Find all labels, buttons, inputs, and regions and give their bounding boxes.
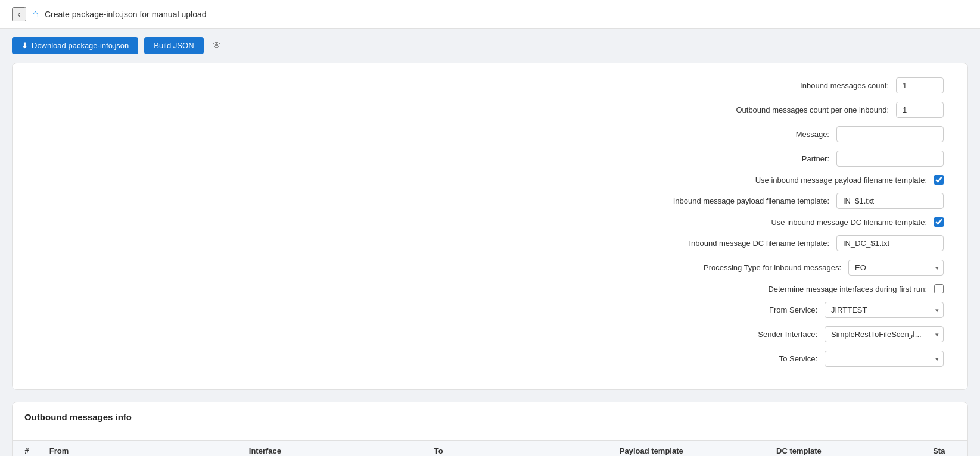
col-status: Sta (925, 441, 967, 456)
use-dc-template-checkbox[interactable] (934, 217, 944, 227)
dc-template-row: Inbound message DC filename template: (36, 235, 944, 251)
determine-interfaces-checkbox[interactable] (934, 284, 944, 293)
col-to: To (426, 441, 611, 456)
dc-template-input[interactable] (836, 235, 944, 251)
from-service-select[interactable]: JIRTTEST (825, 302, 944, 318)
page-title: Create package-info.json for manual uplo… (45, 10, 207, 19)
col-interface: Interface (241, 441, 426, 456)
outbound-count-label: Outbound messages count per one inbound: (662, 105, 889, 114)
table-header: # From Interface To Payload template DC … (13, 441, 967, 456)
partner-input[interactable] (836, 151, 944, 167)
col-from: From (41, 441, 241, 456)
outbound-header: Outbound messages info (13, 402, 967, 441)
download-label: Download package-info.json (32, 41, 129, 50)
sender-interface-wrapper: SimpleRestToFileScenار... (825, 326, 944, 342)
eye-toggle-button[interactable]: 👁 (210, 37, 224, 54)
partner-row: Partner: (36, 151, 944, 167)
outbound-table: # From Interface To Payload template DC … (13, 441, 967, 456)
message-row: Message: (36, 126, 944, 142)
from-service-label: From Service: (591, 305, 817, 314)
inbound-count-label: Inbound messages count: (662, 81, 889, 90)
message-label: Message: (603, 130, 829, 139)
col-dc: DC template (768, 441, 925, 456)
toolbar: ⬇ Download package-info.json Build JSON … (0, 29, 980, 63)
determine-interfaces-row: Determine message interfaces during firs… (36, 284, 944, 293)
sender-interface-row: Sender Interface: SimpleRestToFileScenار… (36, 326, 944, 342)
back-icon: ‹ (17, 9, 20, 20)
outbound-count-input[interactable] (896, 102, 944, 118)
from-service-wrapper: JIRTTEST (825, 302, 944, 318)
dc-template-label: Inbound message DC filename template: (603, 239, 829, 248)
processing-type-wrapper: EO BE (848, 260, 944, 276)
home-icon: ⌂ (32, 8, 39, 20)
processing-type-row: Processing Type for inbound messages: EO… (36, 260, 944, 276)
form-card: Inbound messages count: Outbound message… (12, 63, 968, 390)
inbound-count-row: Inbound messages count: (36, 77, 944, 93)
use-payload-template-checkbox[interactable] (934, 175, 944, 185)
col-payload: Payload template (611, 441, 768, 456)
processing-type-label: Processing Type for inbound messages: (615, 263, 841, 272)
payload-template-label: Inbound message payload filename templat… (603, 196, 829, 205)
use-payload-template-label: Use inbound message payload filename tem… (701, 176, 927, 185)
col-num: # (13, 441, 41, 456)
payload-template-row: Inbound message payload filename templat… (36, 193, 944, 209)
sender-interface-select[interactable]: SimpleRestToFileScenار... (825, 326, 944, 342)
outbound-section-title: Outbound messages info (24, 412, 956, 422)
main-content: Inbound messages count: Outbound message… (0, 63, 980, 456)
download-icon: ⬇ (21, 41, 28, 50)
outbound-card: Outbound messages info # From Interface … (12, 402, 968, 456)
from-service-row: From Service: JIRTTEST (36, 302, 944, 318)
download-button[interactable]: ⬇ Download package-info.json (12, 37, 138, 54)
payload-template-input[interactable] (836, 193, 944, 209)
header: ‹ ⌂ Create package-info.json for manual … (0, 0, 980, 29)
to-service-label: To Service: (591, 354, 817, 363)
to-service-select[interactable] (825, 351, 944, 367)
use-dc-template-row: Use inbound message DC filename template… (36, 217, 944, 227)
to-service-wrapper (825, 351, 944, 367)
to-service-row: To Service: (36, 351, 944, 367)
partner-label: Partner: (603, 154, 829, 163)
outbound-count-row: Outbound messages count per one inbound: (36, 102, 944, 118)
build-json-button[interactable]: Build JSON (144, 37, 203, 54)
processing-type-select[interactable]: EO BE (848, 260, 944, 276)
inbound-count-input[interactable] (896, 77, 944, 93)
message-input[interactable] (836, 126, 944, 142)
eye-icon: 👁 (212, 40, 222, 51)
use-dc-template-label: Use inbound message DC filename template… (701, 218, 927, 227)
back-button[interactable]: ‹ (12, 7, 26, 21)
table-container[interactable]: # From Interface To Payload template DC … (13, 441, 967, 456)
use-payload-template-row: Use inbound message payload filename tem… (36, 175, 944, 185)
build-json-label: Build JSON (154, 41, 194, 50)
sender-interface-label: Sender Interface: (591, 330, 817, 339)
determine-interfaces-label: Determine message interfaces during firs… (701, 285, 927, 293)
